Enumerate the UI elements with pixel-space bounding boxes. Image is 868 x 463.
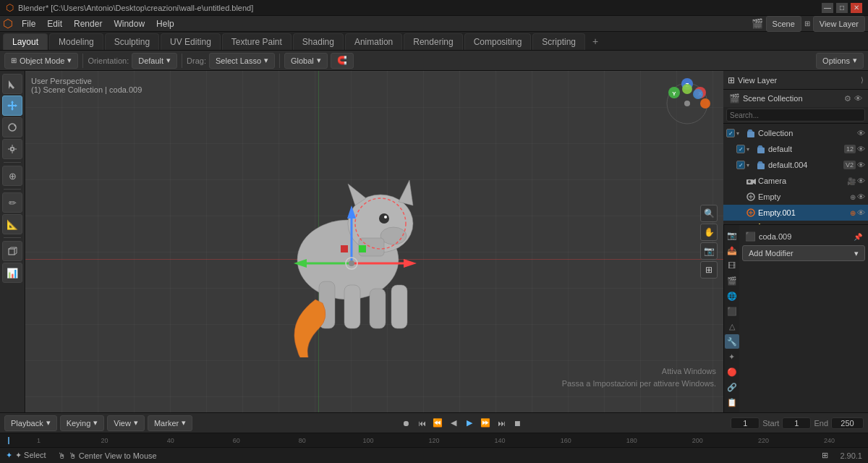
filter-icon[interactable]: ⚙ [844,94,851,103]
annotate-tool-button[interactable]: ✏ [2,192,22,213]
drag-value: Select Lasso [216,56,261,65]
prop-modifier-icon[interactable]: 🔧 [725,334,739,349]
minimize-button[interactable]: — [822,3,833,13]
menu-render[interactable]: Render [68,16,108,32]
camera-eye-icon[interactable]: 👁 [857,177,865,185]
default-checkbox[interactable]: ✓ [736,145,745,153]
select-tool-button[interactable] [2,74,22,94]
measure-tool-button[interactable]: 📐 [2,214,22,234]
prop-scene-icon[interactable]: 🎬 [725,273,739,288]
play-backward-button[interactable]: ◀ [447,417,460,430]
empty001-eye-icon[interactable]: 👁 [857,208,865,217]
prop-physics-icon[interactable]: 🔴 [725,365,739,379]
record-button[interactable]: ⏺ [399,417,412,430]
menu-edit[interactable]: Edit [41,16,68,32]
view-layer-selector[interactable]: View Layer [813,16,865,32]
menu-help[interactable]: Help [150,16,180,32]
tab-modeling[interactable]: Modeling [49,33,103,50]
stop-button[interactable]: ⏹ [511,417,524,430]
default004-checkbox[interactable]: ✓ [736,161,745,169]
timeline-ruler[interactable]: 1 20 40 60 80 100 120 140 160 180 200 22… [6,437,862,444]
outliner-item-default[interactable]: ✓ ▾ default 12 👁 [723,141,868,157]
tab-compositing[interactable]: Compositing [464,33,532,50]
snap-toggle[interactable]: 🧲 [331,53,354,69]
skip-end-button[interactable]: ⏭ [495,417,508,430]
prop-world-icon[interactable]: 🌐 [725,289,739,303]
view-menu-button[interactable]: View ▾ [107,415,145,431]
start-frame-input[interactable] [782,417,811,429]
viewport-grid-button[interactable]: ⊞ [700,261,718,279]
maximize-button[interactable]: □ [836,3,848,13]
tab-rendering[interactable]: Rendering [404,33,462,50]
add-modifier-button[interactable]: Add Modifier ▾ [742,245,865,261]
drag-selector[interactable]: Select Lasso ▾ [209,53,275,69]
menu-file[interactable]: File [16,16,41,32]
svg-marker-21 [399,180,413,205]
scale-tool-button[interactable] [2,139,22,159]
prop-particles-icon[interactable]: ✦ [725,349,739,364]
marker-menu-button[interactable]: Marker ▾ [148,415,192,431]
outliner-item-collection[interactable]: ✓ ▾ Collection 👁 [723,125,868,141]
view-layer-icon: ⊞ [804,20,810,27]
playback-menu-button[interactable]: Playback ▾ [4,415,57,431]
tab-sculpting[interactable]: Sculpting [105,33,159,50]
current-frame-input[interactable] [731,417,760,429]
outliner-item-empty001[interactable]: Empty.001 ⊕ 👁 [723,205,868,221]
prev-keyframe-button[interactable]: ⏪ [431,417,444,430]
menu-window[interactable]: Window [108,16,150,32]
collection-checkbox[interactable]: ✓ [726,129,735,137]
tab-uv-editing[interactable]: UV Editing [161,33,221,50]
transform-selector[interactable]: Global ▾ [284,53,328,69]
tab-scripting[interactable]: Scripting [532,33,585,50]
tab-shading[interactable]: Shading [293,33,344,50]
object-pin-icon[interactable]: 📌 [854,233,862,241]
transform-tool-button[interactable]: ⊕ [2,166,22,186]
default004-eye-icon[interactable]: 👁 [857,161,865,169]
start-label: Start [762,419,779,428]
collection-eye-icon[interactable]: 👁 [857,129,865,137]
rotate-tool-button[interactable] [2,117,22,137]
default-eye-icon[interactable]: 👁 [857,145,865,153]
stats-button[interactable]: 📊 [2,263,22,283]
timeline-controls-bar: Playback ▾ Keying ▾ View ▾ Marker ▾ ⏺ ⏮ … [0,412,868,433]
empty-eye-icon[interactable]: 👁 [857,192,865,201]
playback-arrow-icon: ▾ [46,418,51,428]
viewport-zoom-button[interactable]: 🔍 [700,205,718,222]
eye-visibility-icon[interactable]: 👁 [854,94,862,103]
orientation-selector[interactable]: Default ▾ [132,53,177,69]
end-frame-input[interactable] [831,417,864,429]
prop-mesh-icon[interactable]: △ [725,319,739,334]
scene-icon2: 🎬 [729,93,740,103]
skip-start-button[interactable]: ⏮ [415,417,428,430]
viewport-gizmo[interactable]: X Y Z [658,78,716,136]
tab-layout[interactable]: Layout [3,33,48,50]
outliner-item-camera[interactable]: Camera 🎥 👁 [723,173,868,189]
prop-data-icon[interactable]: 📋 [725,395,739,409]
svg-rect-28 [370,289,386,328]
outliner-item-default004[interactable]: ✓ ▾ default.004 V2 👁 [723,157,868,173]
mode-selector[interactable]: ⊞ Object Mode ▾ [4,53,78,69]
outliner-search-input[interactable] [726,109,865,122]
prop-view-layer-icon[interactable]: 🎞 [725,258,739,273]
options-button[interactable]: Options ▾ [816,53,864,69]
cube-tool-button[interactable] [2,241,22,261]
play-forward-button[interactable]: ▶ [463,417,476,430]
viewport-camera-button[interactable]: 📷 [700,242,718,260]
frame-num-140: 140 [467,437,533,444]
add-workspace-button[interactable]: + [587,33,604,50]
tab-animation[interactable]: Animation [345,33,402,50]
prop-object-icon[interactable]: ⬛ [725,304,739,318]
viewport-main[interactable]: User Perspective (1) Scene Collection | … [25,71,723,412]
tab-texture-paint[interactable]: Texture Paint [222,33,292,50]
prop-output-icon[interactable]: 📤 [725,243,739,258]
svg-rect-53 [747,132,754,137]
viewport-hand-button[interactable]: ✋ [700,224,718,241]
keying-menu-button[interactable]: Keying ▾ [60,415,105,431]
outliner-item-empty[interactable]: Empty ⊕ 👁 [723,189,868,205]
scene-selector[interactable]: Scene [766,16,801,32]
close-button[interactable]: ✕ [851,3,862,13]
prop-render-icon[interactable]: 📷 [725,228,739,242]
prop-constraints-icon[interactable]: 🔗 [725,380,739,394]
next-keyframe-button[interactable]: ⏩ [479,417,492,430]
move-tool-button[interactable] [2,95,22,116]
